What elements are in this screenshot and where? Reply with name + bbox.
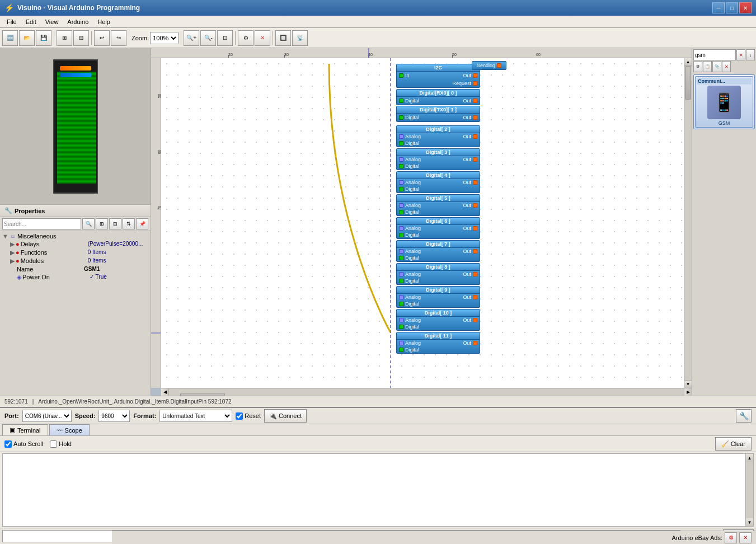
toggle-grid-button[interactable]: ⊞	[57, 30, 72, 46]
search-input[interactable]	[693, 49, 736, 60]
block-7-analog-label: Analog	[405, 248, 421, 254]
zoom-in-button[interactable]: 🔍+	[184, 30, 199, 46]
upload-button[interactable]: ✕	[255, 30, 270, 46]
maximize-button[interactable]: □	[726, 2, 738, 13]
zoom-out-button[interactable]: 🔍-	[200, 30, 216, 46]
digital-11-block[interactable]: Digital[ 11 ] Analog Out Digital	[396, 332, 480, 354]
tab-scope[interactable]: 〰 Scope	[49, 424, 90, 435]
new-button[interactable]: 🆕	[2, 30, 18, 46]
connect-button[interactable]: 🔌 Connect	[264, 409, 307, 423]
digital-8-block[interactable]: Digital[ 8 ] Analog Out Digital	[396, 263, 480, 285]
scrollbar-right-arrow[interactable]: ▶	[684, 388, 692, 396]
block-8-header: Digital[ 8 ]	[397, 264, 480, 271]
prop-poweron-row[interactable]: ◈ Power On ✓ True	[1, 273, 149, 282]
menu-edit[interactable]: Edit	[21, 17, 41, 26]
modules-expand-icon[interactable]: ▶	[10, 257, 15, 265]
prop-pin-button[interactable]: 📌	[136, 218, 148, 229]
search-clear-button[interactable]: ✕	[736, 49, 745, 60]
undo-button[interactable]: ↩	[94, 30, 110, 46]
scrollbar-down-arrow[interactable]: ▼	[684, 380, 692, 388]
digital-6-block[interactable]: Digital[ 6 ] Analog Out Digital	[396, 217, 480, 239]
terminal-scrollbar[interactable]: ▲ ▼	[745, 454, 753, 526]
digital-9-block[interactable]: Digital[ 9 ] Analog Out Digital	[396, 286, 480, 308]
menu-view[interactable]: View	[41, 17, 63, 26]
block-8-out-label: Out	[463, 271, 471, 277]
redo-button[interactable]: ↪	[111, 30, 126, 46]
speed-select[interactable]: 9600 115200	[98, 410, 130, 422]
close-button[interactable]: ✕	[739, 2, 752, 13]
digital-3-block[interactable]: Digital[ 3 ] Analog Out Digital	[396, 148, 480, 170]
block-3-digital-label: Digital	[405, 163, 419, 169]
prop-tree: ▼ 🗂 Miscellaneous ▶ ● Delays (PowerPulse…	[0, 231, 151, 283]
format-select[interactable]: Unformatted Text	[159, 410, 232, 422]
board-button[interactable]: 🔲	[275, 30, 291, 46]
digital-rx0-block[interactable]: Digital[RX0][ 0 ] Digital Out	[396, 89, 480, 105]
hold-checkbox[interactable]	[50, 440, 57, 448]
compile-button[interactable]: ⚙	[238, 30, 253, 46]
block-3-analog-pin	[399, 157, 403, 162]
serial-button[interactable]: 📡	[292, 30, 308, 46]
tx0-digital-label: Digital	[405, 115, 419, 120]
menu-help[interactable]: Help	[93, 17, 115, 26]
prop-functions-row[interactable]: ▶ ● Functions 0 Items	[1, 248, 149, 257]
i2c-block[interactable]: I2C In Out Request	[396, 64, 480, 88]
zoom-fit-button[interactable]: ⊡	[217, 30, 233, 46]
digital-2-block[interactable]: Digital[ 2 ] Analog Out Digital	[396, 125, 480, 147]
open-button[interactable]: 📂	[19, 30, 35, 46]
settings-button[interactable]: 🔧	[736, 409, 752, 423]
bottom-panel: Port: COM6 (Unav... Speed: 9600 115200 F…	[0, 407, 756, 544]
reset-checkbox[interactable]	[236, 412, 243, 420]
block-6-out-pin	[473, 226, 477, 231]
port-select[interactable]: COM6 (Unav...	[22, 410, 72, 422]
root-expand-icon[interactable]: ▼	[2, 233, 8, 240]
menu-arduino[interactable]: Arduino	[63, 17, 93, 26]
digital-4-block[interactable]: Digital[ 4 ] Analog Out Digital	[396, 171, 480, 193]
status-coordinates: 592:1071	[4, 398, 28, 405]
separator-3	[129, 31, 129, 45]
preview-area	[0, 48, 151, 205]
tab-terminal[interactable]: ▣ Terminal	[2, 424, 48, 435]
digital-5-block[interactable]: Digital[ 5 ] Analog Out Digital	[396, 194, 480, 216]
horizontal-scrollbar[interactable]: ◀ ▶	[161, 388, 692, 396]
search-remove-button[interactable]: ✕	[722, 61, 731, 72]
save-button[interactable]: 💾	[36, 30, 51, 46]
digital-10-block[interactable]: Digital[ 10 ] Analog Out Digital	[396, 309, 480, 331]
connect-label: Connect	[279, 412, 302, 419]
prop-name-row[interactable]: Name GSM1	[1, 265, 149, 273]
main-canvas[interactable]: I2C In Out Request	[161, 58, 684, 388]
prop-root-row[interactable]: ▼ 🗂 Miscellaneous	[1, 232, 149, 240]
prop-delays-row[interactable]: ▶ ● Delays (PowerPulse=20000...	[1, 240, 149, 248]
scrollbar-left-arrow[interactable]: ◀	[161, 388, 169, 396]
scrollbar-up-arrow[interactable]: ▲	[684, 58, 692, 66]
sending-block[interactable]: Sending	[472, 61, 506, 70]
prop-modules-row[interactable]: ▶ ● Modules 0 Items	[1, 257, 149, 265]
minimize-button[interactable]: ─	[712, 2, 725, 13]
zoom-select[interactable]: 100% 50% 75% 125% 150% 200%	[150, 32, 179, 44]
search-link-button[interactable]: 📎	[712, 61, 721, 72]
menu-file[interactable]: File	[2, 17, 21, 26]
h-scrollbar-thumb[interactable]	[180, 393, 225, 396]
delays-expand-icon[interactable]: ▶	[10, 241, 15, 248]
search-settings-button[interactable]: ⚙	[693, 61, 702, 72]
prop-sort-button[interactable]: ⇅	[123, 218, 135, 229]
prop-search-button[interactable]: 🔍	[82, 218, 95, 229]
prop-collapse-button[interactable]: ⊟	[109, 218, 121, 229]
terminal-scroll-down[interactable]: ▼	[746, 518, 753, 526]
clear-button[interactable]: 🧹 Clear	[715, 437, 752, 451]
scrollbar-thumb[interactable]	[685, 66, 691, 100]
component-gsm-item[interactable]: Communi... 📱 GSM	[693, 74, 755, 129]
prop-expand-button[interactable]: ⊞	[96, 218, 108, 229]
terminal-scroll-up[interactable]: ▲	[746, 454, 753, 462]
search-button[interactable]: ↓	[746, 49, 755, 60]
digital-tx0-block[interactable]: Digital[TX0][ 1 ] Digital Out	[396, 106, 480, 122]
terminal-area[interactable]: ▲ ▼	[2, 453, 754, 527]
vertical-scrollbar[interactable]: ▲ ▼	[684, 58, 692, 388]
auto-scroll-checkbox[interactable]	[4, 440, 12, 448]
ads-close-button[interactable]: ✕	[739, 532, 752, 543]
search-copy-button[interactable]: 📋	[703, 61, 712, 72]
snap-button[interactable]: ⊟	[73, 30, 89, 46]
functions-expand-icon[interactable]: ▶	[10, 249, 15, 256]
ads-settings-button[interactable]: ⚙	[725, 532, 737, 543]
prop-search-input[interactable]	[2, 218, 81, 229]
digital-7-block[interactable]: Digital[ 7 ] Analog Out Digital	[396, 240, 480, 262]
